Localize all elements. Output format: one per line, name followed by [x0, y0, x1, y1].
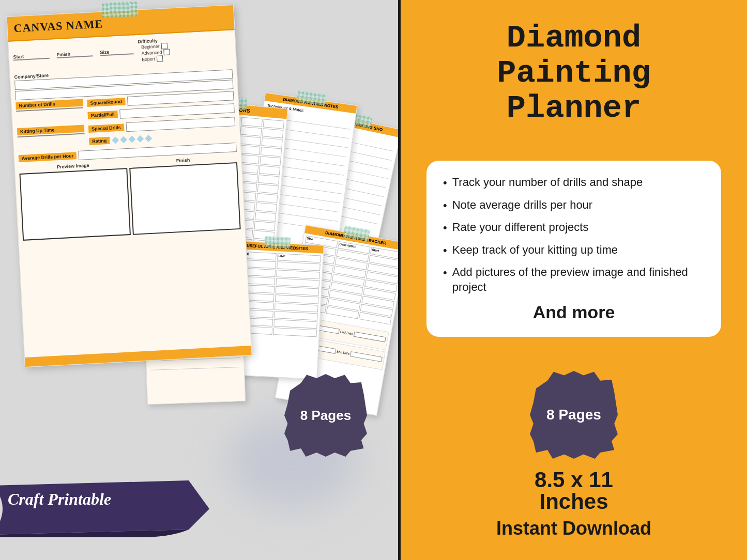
tc	[274, 311, 318, 320]
drill-cell	[240, 127, 262, 136]
dc	[258, 165, 280, 175]
tc	[275, 294, 319, 304]
tc	[273, 328, 317, 337]
craft-text-container: Craft Printable	[8, 490, 111, 509]
feature-text-5: Add pictures of the preview image and fi…	[452, 265, 705, 294]
size-line2: Inches	[539, 489, 608, 514]
tape-apps	[264, 236, 291, 249]
size-line1: 8.5 x 11	[535, 468, 613, 492]
craft-banner-container: Craft Printable	[0, 480, 209, 539]
special-label: Special Drills	[88, 123, 124, 133]
feature-text-4: Keep track of your kitting up time	[452, 243, 618, 258]
finish-image-box[interactable]	[129, 162, 241, 235]
feature-4: • Keep track of your kitting up time	[443, 243, 705, 258]
pages-badge-text: 8 Pages	[546, 407, 601, 423]
expert-item: Expert	[142, 55, 163, 63]
tc	[275, 303, 318, 312]
difficulty-section: Beginner Advanced Expert	[141, 39, 232, 63]
badge-overlay: 8 Pages	[284, 374, 367, 457]
drill-cell	[263, 119, 284, 129]
left-panel: CANVAS NAME Start Finish Size Diffi	[0, 0, 398, 560]
pages-badge: 8 Pages	[530, 371, 618, 459]
feature-3: • Rate your different projects	[443, 220, 705, 236]
main-title-line2: Planner	[426, 91, 721, 126]
instant-download: Instant Download	[496, 518, 651, 539]
end-date-2: End Date	[337, 350, 350, 355]
dc	[261, 137, 283, 147]
feature-text-1: Track your number of drills and shape	[452, 175, 643, 190]
bullet-1: •	[443, 176, 447, 191]
dc	[256, 193, 278, 203]
diamond-4	[136, 135, 144, 143]
bullet-4: •	[443, 243, 447, 258]
sl	[149, 359, 240, 370]
avg-drills-label: Average Drills per Hour	[19, 152, 77, 162]
features-card: • Track your number of drills and shape …	[426, 161, 721, 337]
tc	[273, 319, 317, 329]
preview-image-box[interactable]	[19, 168, 131, 241]
dc	[257, 184, 279, 194]
right-panel: Diamond Painting Planner • Track your nu…	[401, 0, 747, 560]
partial-full-label: Partial/Full	[87, 111, 118, 119]
advanced-checkbox[interactable]	[163, 49, 170, 56]
feature-text-3: Rate your different projects	[452, 220, 589, 235]
drill-cell	[262, 128, 284, 138]
planner-body: Start Finish Size Difficulty Beginner	[8, 30, 245, 245]
feature-5: • Add pictures of the preview image and …	[443, 265, 705, 294]
drill-cell	[241, 117, 263, 127]
feature-1: • Track your number of drills and shape	[443, 175, 705, 191]
preview-area	[19, 162, 240, 241]
end-date-1: End Date	[340, 330, 354, 335]
and-more: And more	[443, 302, 705, 322]
badge-container: 8 Pages	[530, 371, 618, 464]
feature-2: • Note average drills per hour	[443, 198, 705, 213]
dc	[260, 156, 281, 166]
canvas-name-label: CANVAS NAME	[13, 17, 103, 35]
planner-sheet: CANVAS NAME Start Finish Size Diffi	[7, 5, 252, 367]
tape-planner	[101, 1, 138, 19]
diamond-1	[112, 136, 119, 144]
tc	[276, 278, 320, 287]
dc	[255, 212, 277, 222]
preview-section: Preview Image Finish	[19, 155, 241, 241]
dc	[261, 147, 282, 157]
dc	[258, 175, 280, 184]
title-section: Diamond Painting Planner	[426, 21, 721, 127]
beginner-checkbox[interactable]	[161, 43, 168, 50]
dc	[238, 145, 260, 154]
main-title-line1: Diamond Painting	[426, 21, 721, 91]
size-text: 8.5 x 11 Inches	[535, 469, 613, 512]
craft-banner-svg	[0, 480, 209, 537]
line-col: LINE	[277, 253, 321, 262]
badge-overlay-text: 8 Pages	[300, 408, 351, 424]
bullet-2: •	[443, 198, 447, 213]
sq-round-label: Square/Round	[87, 98, 125, 107]
rating-label: Rating	[89, 137, 110, 145]
tc	[276, 270, 320, 279]
partial-full-box[interactable]	[119, 103, 235, 119]
feature-text-2: Note average drills per hour	[452, 198, 592, 213]
bullet-5: •	[443, 266, 447, 281]
dc	[239, 135, 261, 145]
tc	[277, 261, 321, 271]
company-label: Company/Store	[14, 73, 49, 80]
bottom-section: 8 Pages 8.5 x 11 Inches Instant Download	[426, 371, 721, 539]
expert-label: Expert	[142, 56, 156, 62]
beginner-label: Beginner	[141, 44, 160, 50]
tc	[276, 286, 319, 295]
bullet-3: •	[443, 221, 447, 236]
diamond-3	[128, 135, 136, 143]
diamond-5	[145, 135, 153, 143]
diamond-2	[120, 136, 128, 144]
expert-checkbox[interactable]	[157, 55, 163, 62]
dc	[255, 203, 277, 212]
diamond-icons	[112, 135, 153, 144]
dc	[254, 221, 276, 231]
craft-printable-text: Craft Printable	[8, 490, 111, 508]
